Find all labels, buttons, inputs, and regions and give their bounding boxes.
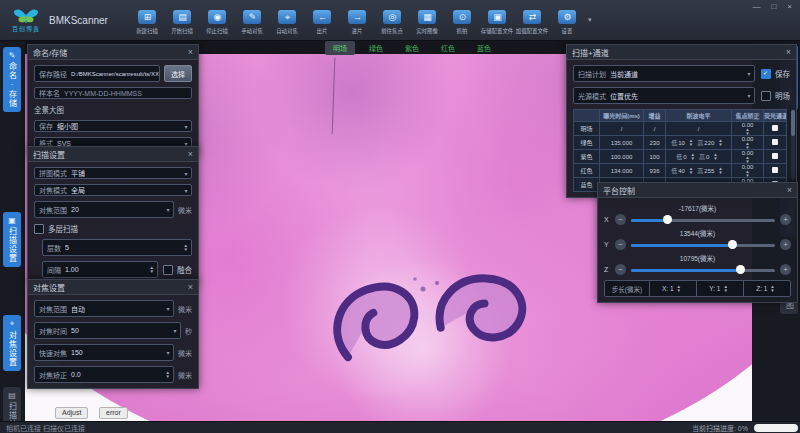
save-path-value: D:/BMKScanner/scanresult/ts/XXX [71, 71, 159, 77]
start-scan-button[interactable]: ▤ 开始扫描 [165, 6, 200, 35]
close-icon[interactable]: × [188, 150, 193, 159]
auto-focus-button[interactable]: ⌖ 自动对焦 [270, 6, 305, 35]
minimize-button[interactable]: — [752, 2, 760, 11]
save-config-button[interactable]: ▣ 存储配置文件 [480, 6, 515, 35]
focus-time-select[interactable]: 对焦时间 50 [34, 322, 181, 339]
sidebar-tab-scan-settings[interactable]: ▣ 扫描设置 [3, 212, 21, 267]
tab-brightfield[interactable]: 明场 [325, 41, 355, 55]
sample-name-input[interactable]: 样本名 YYYY-MM-DD-HHMMSS [34, 87, 192, 99]
stepper-arrows-icon[interactable] [767, 285, 777, 292]
tab-blue[interactable]: 蓝色 [469, 41, 499, 55]
close-button[interactable]: × [787, 2, 792, 11]
tab-green[interactable]: 绿色 [361, 41, 391, 55]
z-plus-button[interactable]: + [780, 264, 791, 275]
scrollbar-thumb[interactable] [791, 110, 795, 136]
focus-range-select[interactable]: 对焦范围 20 [34, 201, 174, 218]
table-scrollbar [791, 109, 795, 180]
fusion-checkbox[interactable] [163, 265, 173, 275]
y-slider[interactable] [631, 240, 775, 250]
stepper-arrows-icon[interactable] [686, 167, 696, 174]
focus-mode-select[interactable]: 对焦模式 全局 [34, 184, 192, 196]
multilayer-checkbox[interactable] [34, 224, 44, 234]
settings-icon: ⚙ [558, 10, 576, 24]
eject-slide-button[interactable]: ← 出片 [305, 6, 340, 35]
z-slider[interactable] [631, 265, 775, 275]
stepper-arrows-icon[interactable] [710, 153, 720, 160]
table-row-green[interactable]: 绿色 135.000 230 低10高220 0.00 [574, 136, 787, 150]
stepper-arrows-icon[interactable] [674, 285, 684, 292]
fluor-checkbox[interactable] [772, 153, 778, 159]
x-plus-button[interactable]: + [780, 214, 791, 225]
tab-purple[interactable]: 紫色 [397, 41, 427, 55]
choose-path-button[interactable]: 选择 [164, 65, 192, 82]
gap-stepper[interactable]: 间隔 1.00 [42, 261, 158, 278]
table-row-brightfield[interactable]: 明场 / / / 0.00 [574, 122, 787, 136]
settings-button[interactable]: ⚙ 设置 [550, 6, 585, 35]
panel-titlebar: 对焦设置 × [28, 280, 198, 295]
stitch-mode-select[interactable]: 拼图模式 平铺 [34, 167, 192, 179]
toolbar-buttons: ⊞ 新建扫描 ▤ 开始扫描 ◉ 停止扫描 ✎ 手动对焦 ⌖ 自动对焦 ← 出片 … [130, 6, 585, 35]
step-y-stepper[interactable]: Y: 1 [696, 281, 743, 296]
brightfield-checkbox[interactable] [761, 91, 771, 101]
manual-focus-button[interactable]: ✎ 手动对焦 [235, 6, 270, 35]
close-icon[interactable]: × [188, 283, 193, 292]
y-plus-button[interactable]: + [780, 239, 791, 250]
step-z-stepper[interactable]: Z: 1 [743, 281, 790, 296]
sidebar-tab-focus-settings[interactable]: ⌖ 对焦设置 [3, 315, 21, 371]
stop-scan-button[interactable]: ◉ 停止扫描 [200, 6, 235, 35]
save-path-input[interactable]: 保存路径 D:/BMKScanner/scanresult/ts/XXX [34, 65, 160, 82]
stepper-arrows-icon[interactable] [732, 156, 763, 163]
insert-slide-button[interactable]: → 进片 [340, 6, 375, 35]
stepper-arrows-icon[interactable] [181, 244, 191, 251]
stepper-arrows-icon[interactable] [147, 266, 157, 273]
step-x-stepper[interactable]: X: 1 [649, 281, 696, 296]
close-icon[interactable]: × [188, 48, 193, 57]
goto-focus-button[interactable]: ◎ 前往焦点 [375, 6, 410, 35]
scan-plan-select[interactable]: 扫描计划 当前通道 [573, 65, 755, 82]
fast-focus-select[interactable]: 快速对焦 150 [34, 344, 174, 361]
fluor-checkbox[interactable] [772, 139, 778, 145]
save-mode-select[interactable]: 保存 缩小图 [34, 120, 192, 132]
sidebar-tab-naming-storage[interactable]: ✎ 命名·存储 [3, 47, 21, 112]
z-slider-thumb[interactable] [736, 265, 745, 274]
stepper-arrows-icon[interactable] [163, 371, 173, 378]
stepper-arrows-icon[interactable] [688, 153, 698, 160]
stepper-arrows-icon[interactable] [720, 285, 730, 292]
stitch-mode-label: 拼图模式 [35, 168, 71, 178]
statusbar-right-pill[interactable] [754, 424, 798, 432]
error-button[interactable]: error [99, 407, 128, 419]
unit-label: 微米 [178, 304, 192, 314]
x-slider-thumb[interactable] [663, 215, 672, 224]
toolbar-more-caret-icon[interactable]: ▾ [588, 16, 592, 24]
focus-range-select[interactable]: 对焦范围 自动 [34, 300, 174, 317]
snapshot-button[interactable]: ⊙ 抓拍 [445, 6, 480, 35]
close-icon[interactable]: × [787, 186, 792, 195]
light-mode-select[interactable]: 光源模式 位置优先 [573, 87, 755, 104]
stepper-arrows-icon[interactable] [732, 128, 763, 135]
maximize-button[interactable]: □ [771, 2, 776, 11]
fluor-checkbox[interactable] [772, 125, 778, 131]
col-focus-correction: 焦点矫正 [732, 110, 764, 122]
focus-correction-stepper[interactable]: 对焦矫正 0.0 [34, 366, 174, 383]
save-checkbox[interactable] [761, 69, 771, 79]
table-row-red[interactable]: 红色 134.000 936 低40高255 0.00 [574, 164, 787, 178]
adjust-button[interactable]: Adjust [55, 407, 88, 419]
load-config-button[interactable]: ⇄ 加载配置文件 [515, 6, 550, 35]
stepper-arrows-icon[interactable] [715, 139, 725, 146]
layers-stepper[interactable]: 层数 5 [42, 239, 192, 256]
live-image-button[interactable]: ▦ 实时图像 [410, 6, 445, 35]
table-row-purple[interactable]: 紫色 100.000 100 低0高0 0.00 [574, 150, 787, 164]
close-icon[interactable]: × [786, 48, 791, 57]
stepper-arrows-icon[interactable] [732, 170, 763, 177]
tab-red[interactable]: 红色 [433, 41, 463, 55]
fluor-checkbox[interactable] [772, 167, 778, 173]
stepper-arrows-icon[interactable] [715, 167, 725, 174]
stepper-arrows-icon[interactable] [686, 139, 696, 146]
stepper-arrows-icon[interactable] [732, 142, 763, 149]
x-minus-button[interactable]: − [615, 214, 626, 225]
x-slider[interactable] [631, 215, 775, 225]
z-minus-button[interactable]: − [615, 264, 626, 275]
new-scan-button[interactable]: ⊞ 新建扫描 [130, 6, 165, 35]
y-minus-button[interactable]: − [615, 239, 626, 250]
y-slider-thumb[interactable] [728, 240, 737, 249]
